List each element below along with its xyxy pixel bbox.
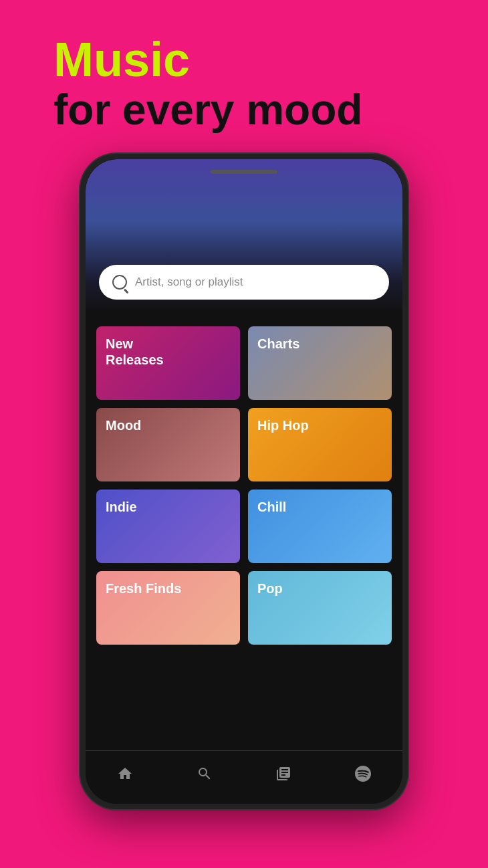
grid-item-hip-hop[interactable]: Hip Hop — [248, 408, 392, 481]
phone-screen: Artist, song or playlist NewReleases Cha… — [86, 159, 402, 804]
nav-search[interactable] — [195, 764, 214, 783]
charts-label: Charts — [257, 336, 299, 352]
fresh-finds-label: Fresh Finds — [106, 580, 181, 596]
search-nav-icon — [195, 764, 214, 783]
grid-item-new-releases[interactable]: NewReleases — [96, 326, 240, 400]
search-placeholder: Artist, song or playlist — [135, 276, 243, 289]
header-subtitle: for every mood — [53, 86, 435, 133]
grid-item-mood[interactable]: Mood — [96, 408, 240, 481]
nav-spotify[interactable] — [354, 764, 372, 783]
bottom-nav — [86, 750, 402, 804]
grid-item-indie[interactable]: Indie — [96, 490, 240, 563]
nav-home[interactable] — [116, 764, 134, 783]
home-icon — [116, 764, 134, 783]
nav-library[interactable] — [274, 764, 293, 783]
spotify-icon — [354, 764, 372, 783]
new-releases-label: NewReleases — [106, 336, 164, 368]
header-section: Music for every mood — [0, 0, 488, 154]
indie-label: Indie — [106, 499, 137, 515]
hip-hop-label: Hip Hop — [257, 417, 309, 433]
screen-content: NewReleases Charts Mood Hip Hop Indie Ch… — [86, 313, 402, 750]
browse-grid: NewReleases Charts Mood Hip Hop Indie Ch… — [96, 326, 392, 645]
grid-item-pop[interactable]: Pop — [248, 571, 392, 645]
grid-item-fresh-finds[interactable]: Fresh Finds — [96, 571, 240, 645]
header-music: Music — [53, 33, 435, 86]
search-icon — [112, 275, 127, 290]
screen-top-gradient: Artist, song or playlist — [86, 159, 402, 313]
library-icon — [274, 764, 293, 783]
pop-label: Pop — [257, 580, 283, 596]
grid-item-charts[interactable]: Charts — [248, 326, 392, 400]
phone-wrapper: Artist, song or playlist NewReleases Cha… — [80, 154, 408, 809]
chill-label: Chill — [257, 499, 286, 515]
search-bar[interactable]: Artist, song or playlist — [99, 265, 389, 300]
mood-label: Mood — [106, 417, 141, 433]
phone-notch — [211, 170, 277, 174]
grid-item-chill[interactable]: Chill — [248, 490, 392, 563]
